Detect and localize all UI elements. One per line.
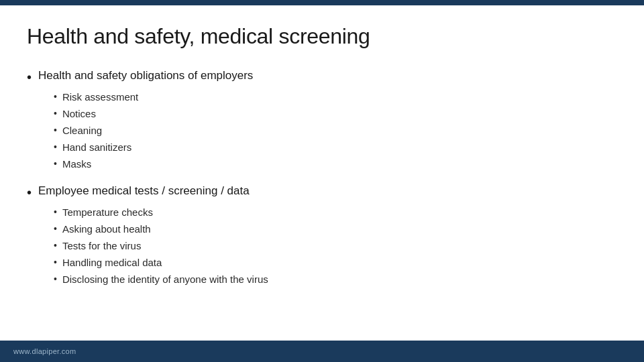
list-item: • Masks [54, 156, 617, 172]
sub-item-text: Tests for the virus [62, 238, 142, 254]
sub-item-text: Notices [62, 106, 96, 122]
sub-item-text: Handling medical data [62, 255, 162, 271]
list-item: • Tests for the virus [54, 238, 617, 254]
sub-item-text: Risk assessment [62, 89, 138, 105]
section-1-sub-bullets: • Risk assessment • Notices • Cleaning •… [54, 89, 617, 172]
sub-dot: • [54, 204, 57, 219]
sub-item-text: Asking about health [62, 221, 151, 237]
list-item: • Asking about health [54, 221, 617, 237]
list-item: • Cleaning [54, 123, 617, 139]
section-1-label: • Health and safety obligations of emplo… [27, 69, 617, 85]
list-item: • Disclosing the identity of anyone with… [54, 272, 617, 288]
section-1: • Health and safety obligations of emplo… [27, 69, 617, 172]
section-2-bullet-dot: • [27, 184, 32, 200]
sub-dot: • [54, 123, 57, 137]
sub-item-text: Masks [62, 156, 91, 172]
slide: Health and safety, medical screening • H… [0, 0, 644, 362]
sub-dot: • [54, 156, 57, 171]
list-item: • Notices [54, 106, 617, 122]
sub-item-text: Temperature checks [62, 204, 153, 221]
section-2-label: • Employee medical tests / screening / d… [27, 184, 617, 200]
section-2-sub-bullets: • Temperature checks • Asking about heal… [54, 204, 617, 288]
sub-item-text: Disclosing the identity of anyone with t… [62, 272, 268, 288]
sub-dot: • [54, 238, 57, 253]
section-1-bullet-dot: • [27, 69, 32, 85]
sub-item-text: Cleaning [62, 123, 102, 139]
list-item: • Handling medical data [54, 255, 617, 271]
sub-dot: • [54, 106, 57, 121]
footer: www.dlapiper.com [0, 341, 644, 362]
list-item: • Risk assessment [54, 89, 617, 105]
section-2: • Employee medical tests / screening / d… [27, 184, 617, 288]
sub-dot: • [54, 221, 57, 236]
sub-dot: • [54, 89, 57, 104]
footer-url: www.dlapiper.com [13, 347, 76, 355]
top-border [0, 0, 644, 5]
sub-dot: • [54, 255, 57, 269]
slide-content: Health and safety, medical screening • H… [0, 5, 644, 362]
section-2-title: Employee medical tests / screening / dat… [38, 184, 250, 198]
sub-item-text: Hand sanitizers [62, 139, 131, 156]
slide-title: Health and safety, medical screening [27, 24, 617, 49]
sub-dot: • [54, 272, 57, 286]
list-item: • Temperature checks [54, 204, 617, 221]
section-1-title: Health and safety obligations of employe… [38, 69, 253, 82]
sub-dot: • [54, 139, 57, 154]
list-item: • Hand sanitizers [54, 139, 617, 156]
